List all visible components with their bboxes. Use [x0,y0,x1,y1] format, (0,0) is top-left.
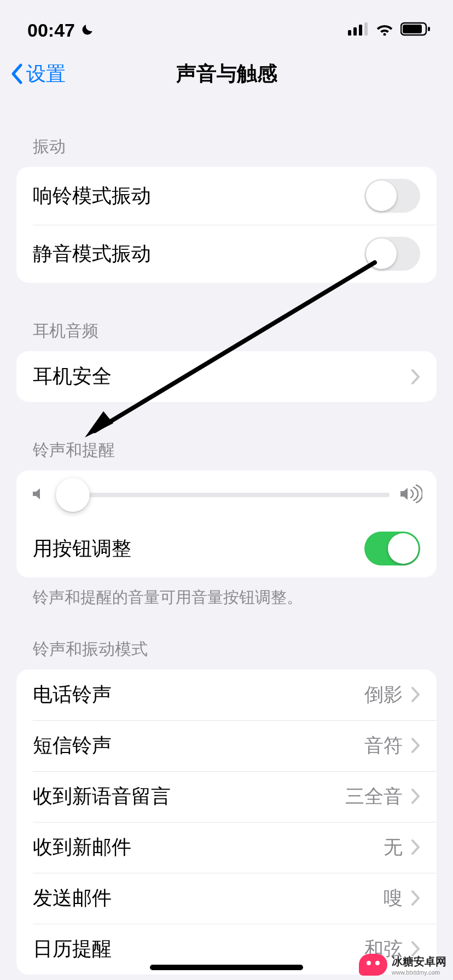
section-headphone: 耳机音频 耳机安全 [16,314,437,402]
section-ringer: 铃声和提醒 用按钮调整 铃声和提醒的音量可用音量按钮调整。 [16,434,437,609]
slider-thumb[interactable] [56,478,90,512]
watermark-name: 冰糖安卓网 [392,954,446,969]
toggle-ring-vibrate[interactable] [364,179,420,213]
back-label: 设置 [26,61,66,88]
row-label: 收到新语音留言 [33,783,171,810]
section-header-vibration: 振动 [16,130,437,167]
row-label: 静音模式振动 [33,241,151,267]
chevron-right-icon [411,738,420,753]
row-label: 日历提醒 [33,936,112,962]
page-title: 声音与触感 [11,60,442,88]
do-not-disturb-icon [80,20,95,41]
section-header-sounds: 铃声和振动模式 [16,633,437,669]
back-button[interactable]: 设置 [10,61,66,88]
watermark-logo-icon [359,954,387,976]
chevron-right-icon [411,839,420,855]
section-vibration: 振动 响铃模式振动 静音模式振动 [16,130,437,283]
battery-icon [400,22,431,38]
row-value: 音符 [364,733,403,759]
row-label: 短信铃声 [33,732,112,759]
volume-slider[interactable] [56,493,390,497]
speaker-high-icon [399,485,422,505]
home-indicator [150,965,303,970]
svg-rect-6 [403,25,422,33]
row-value: 三全音 [345,784,403,809]
svg-rect-7 [428,27,430,31]
row-text-tone[interactable]: 短信铃声 音符 [16,720,437,771]
row-label: 响铃模式振动 [33,183,151,209]
section-sounds: 铃声和振动模式 电话铃声 倒影 短信铃声 音符 收到新语音留言 三全音 收到新邮… [16,633,437,975]
status-time-group: 00:47 [27,20,95,41]
toggle-change-with-buttons[interactable] [364,532,420,565]
svg-rect-2 [359,25,362,36]
row-label: 收到新邮件 [33,834,131,861]
svg-rect-0 [348,30,351,36]
status-bar: 00:47 [0,0,453,49]
toggle-silent-vibrate[interactable] [364,237,420,271]
section-footer-ringer: 铃声和提醒的音量可用音量按钮调整。 [16,578,437,609]
row-headphone-safety[interactable]: 耳机安全 [16,351,437,402]
chevron-right-icon [411,789,420,804]
watermark-url: www.btxtdmy.com [392,969,440,976]
row-new-voicemail[interactable]: 收到新语音留言 三全音 [16,771,437,822]
signal-icon [348,22,369,38]
row-volume-slider [16,470,437,520]
chevron-left-icon [10,63,23,85]
chevron-right-icon [411,687,420,702]
row-silent-vibrate[interactable]: 静音模式振动 [16,225,437,283]
row-ringtone[interactable]: 电话铃声 倒影 [16,669,437,720]
svg-point-4 [384,33,386,36]
section-header-headphone: 耳机音频 [16,314,437,351]
row-ring-vibrate[interactable]: 响铃模式振动 [16,167,437,225]
status-right [348,22,431,38]
nav-header: 设置 声音与触感 [0,49,453,98]
chevron-right-icon [411,369,420,384]
svg-rect-1 [353,27,357,36]
watermark: 冰糖安卓网 www.btxtdmy.com [359,954,446,976]
row-label: 电话铃声 [33,681,112,708]
row-new-mail[interactable]: 收到新邮件 无 [16,822,437,873]
row-value: 倒影 [364,682,403,708]
row-value: 嗖 [384,885,403,911]
section-header-ringer: 铃声和提醒 [16,434,437,470]
chevron-right-icon [411,890,420,906]
row-label: 耳机安全 [33,363,112,390]
row-change-with-buttons[interactable]: 用按钮调整 [16,520,437,578]
speaker-low-icon [31,486,46,504]
row-value: 无 [384,835,403,860]
status-time: 00:47 [27,20,75,41]
svg-rect-3 [364,22,368,36]
row-sent-mail[interactable]: 发送邮件 嗖 [16,873,437,924]
row-label: 发送邮件 [33,885,112,912]
row-label: 用按钮调整 [33,535,131,562]
wifi-icon [375,22,394,38]
